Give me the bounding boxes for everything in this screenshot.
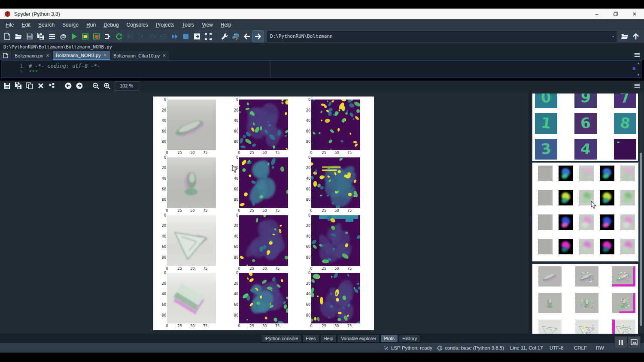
rerun-cell-button[interactable] [113,31,125,42]
save-all-icon [37,33,45,40]
continue-icon [171,33,179,40]
viridis-feature-map [239,100,288,150]
debug-cell-button[interactable] [136,31,147,42]
thumbnail-norb-reconstruction-grid[interactable] [532,264,638,334]
editor-tab-Boltzmann.py[interactable]: Boltzmann.py✕ [12,51,53,60]
menu-tools[interactable]: Tools [178,21,198,29]
viridis-feature-map [311,157,360,208]
plot-thumbnail-list [532,91,639,334]
viridis-feature-map [311,215,360,266]
subplot-r4c2: 0204060800255075 [230,272,298,329]
main-toolbar: @D:\PythonRUN\Boltzmann▾ [0,30,644,43]
thumbnail-norb-feature-grid[interactable] [532,163,638,261]
editor-tab-Boltzmann_Cifar10.py[interactable]: Boltzmann_Cifar10.py✕ [110,51,170,60]
debug-file-button[interactable] [125,31,136,42]
pythonpath-button[interactable] [230,31,241,42]
new-tab-file-icon[interactable] [0,51,12,60]
step-return-icon [160,33,167,40]
zoom-level-value[interactable]: 102 % [115,81,138,90]
subplot-r4c1: 0204060800255075 [158,272,226,329]
subplot-r2c2: 0204060800255075 [230,157,298,214]
close-tab-icon[interactable]: ✕ [46,53,49,58]
menu-source[interactable]: Source [58,21,82,29]
close-tab-icon[interactable]: ✕ [103,53,107,57]
viridis-feature-map [311,100,360,150]
zoom-in-button[interactable] [101,80,112,91]
run-cell-button[interactable] [80,31,91,42]
menu-view[interactable]: View [198,21,217,29]
thumbnail-mnist-digits[interactable] [532,94,638,161]
pane-tab-files[interactable]: Files [302,335,319,343]
tab-options-menu-icon[interactable] [634,51,641,58]
subplot-r1c2: 0204060800255075 [230,99,298,156]
forward-button[interactable] [252,31,264,42]
step-over-button[interactable] [147,31,158,42]
pane-tab-ipython-console[interactable]: IPython console [261,335,301,343]
minimize-button[interactable]: – [587,9,606,19]
save-all-plots-button[interactable] [13,80,24,91]
menu-debug[interactable]: Debug [100,21,122,29]
subplot-r2c3: 0204060800255075 [302,157,371,214]
menu-help[interactable]: Help [217,21,235,29]
pane-splitter[interactable] [529,91,532,334]
new-file-button[interactable] [2,31,13,42]
stop-button[interactable] [180,31,191,42]
menu-file[interactable]: File [2,21,18,29]
norb-image-airplane [167,215,216,266]
save-button[interactable] [24,31,35,42]
find-symbols-button[interactable]: @ [58,31,69,42]
plots-pane: 0204060800255075020406080025507502040608… [0,91,644,334]
working-directory-input[interactable]: D:\PythonRUN\Boltzmann▾ [267,31,617,42]
remove-all-plots-button[interactable] [46,80,58,91]
file-switcher-button[interactable] [46,31,58,42]
parent-dir-button[interactable] [630,31,641,42]
close-button[interactable]: ✕ [625,9,644,19]
menu-edit[interactable]: Edit [18,21,34,29]
run-selection-button[interactable] [102,31,113,42]
subplot-r2c1: 0204060800255075 [158,157,226,214]
maximize-pane-button[interactable] [191,31,203,42]
copy-plot-button[interactable] [24,80,35,91]
remove-plot-button[interactable] [35,80,46,91]
code-editor[interactable]: ▲ ▼ 1# -*- coding: utf-8 -*-2""" [1,60,642,78]
pause-button[interactable] [614,336,627,348]
restore-button[interactable] [606,9,625,19]
previous-plot-button[interactable] [63,80,74,91]
editor-tab-Boltzmann_NORB.py[interactable]: Boltzmann_NORB.py✕ [53,51,110,60]
thumbnail-scrollbar[interactable] [639,93,643,332]
back-button[interactable] [241,31,252,42]
pane-tab-variable-explorer[interactable]: Variable explorer [337,335,380,343]
run-file-button[interactable] [69,31,80,42]
restart-icon [115,33,123,40]
pane-tab-history[interactable]: History [399,335,420,343]
run-cell-icon [82,33,89,40]
preferences-button[interactable] [219,31,230,42]
continue-button[interactable] [169,31,180,42]
step-return-button[interactable] [158,31,169,42]
browse-working-dir-button[interactable] [619,31,630,42]
open-file-button[interactable] [13,31,24,42]
subplot-r1c1: 0204060800255075 [158,99,226,156]
zoom-out-button[interactable] [90,80,101,91]
chevron-down-icon[interactable]: ▾ [612,34,614,39]
close-tab-icon[interactable]: ✕ [162,53,166,58]
viridis-feature-map [239,273,288,323]
menu-run[interactable]: Run [82,21,100,29]
fullscreen-button[interactable] [203,31,214,42]
readwrite-status: RW [596,345,604,350]
plot-image-button[interactable] [628,336,641,348]
run-selection-icon [104,33,112,40]
save-plot-button[interactable] [2,80,13,91]
menu-search[interactable]: Search [34,21,58,29]
menu-consoles[interactable]: Consoles [123,21,152,29]
viridis-feature-map [239,215,288,266]
pane-tab-plots[interactable]: Plots [380,335,398,343]
run-cell-advance-button[interactable] [91,31,102,42]
at-icon: @ [60,33,67,40]
plots-options-menu-icon[interactable] [634,82,641,89]
menu-projects[interactable]: Projects [152,21,178,29]
pane-tab-help[interactable]: Help [320,335,337,343]
next-plot-button[interactable] [74,80,85,91]
save-all-button[interactable] [35,31,46,42]
pane-tabs: IPython consoleFilesHelpVariable explore… [261,335,420,343]
